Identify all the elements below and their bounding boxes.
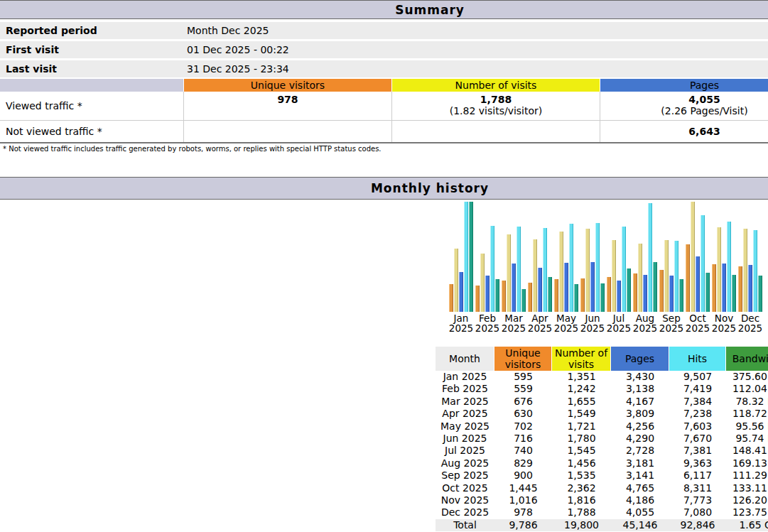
chart-bar <box>648 203 652 312</box>
table-cell: 126.20 MB <box>726 494 768 506</box>
viewed-traffic-label: Viewed traffic * <box>6 92 82 120</box>
table-cell: 1,721 <box>552 420 611 433</box>
monthly-table-row: Aug 20258291,4563,1819,363169.13 MB <box>436 457 768 469</box>
last-visit-value: 31 Dec 2025 - 23:34 <box>187 60 289 77</box>
monthly-table-header-unique-visitors: Unique visitors <box>494 347 552 371</box>
chart-bar <box>627 268 631 312</box>
chart-bar <box>691 202 695 312</box>
table-cell: 3,138 <box>611 383 669 395</box>
table-cell: 148.41 MB <box>726 445 768 457</box>
chart-bar <box>559 232 563 312</box>
chart-bar <box>580 278 585 312</box>
monthly-table-row: May 20257021,7214,2567,60395.56 MB <box>436 420 768 433</box>
table-cell: 169.13 MB <box>726 457 768 469</box>
chart-bar <box>502 281 506 312</box>
chart-bar <box>743 229 747 312</box>
viewed-unique-visitors-cell: 978 <box>183 92 391 120</box>
chart-bar <box>633 273 637 312</box>
first-visit-value: 01 Dec 2025 - 00:22 <box>187 41 289 58</box>
table-cell: 7,381 <box>669 445 726 457</box>
traffic-header-pages: Pages <box>600 79 768 92</box>
chart-bar <box>679 279 683 312</box>
not-viewed-pages-value: 6,643 <box>600 121 768 142</box>
traffic-header-spacer <box>0 79 183 92</box>
viewed-unique-visitors-value: 978 <box>184 94 391 105</box>
table-cell: Sep 2025 <box>436 469 494 482</box>
table-cell: 3,181 <box>611 457 669 469</box>
table-cell: 630 <box>494 408 552 420</box>
monthly-history-table: MonthUnique visitorsNumber of visitsPage… <box>436 347 768 531</box>
chart-bar <box>454 249 458 312</box>
summary-section-header: Summary <box>0 0 768 19</box>
chart-bar <box>748 265 752 312</box>
table-cell: 9,363 <box>669 457 726 469</box>
monthly-table-total-row: Total9,78619,80045,14692,8461.65 GB <box>436 519 768 531</box>
monthly-table-header-bandwidth: Bandwidth <box>726 347 768 371</box>
first-visit-label: First visit <box>6 41 59 58</box>
table-cell: 123.75 MB <box>726 506 768 519</box>
chart-bar <box>528 283 532 312</box>
table-cell: 7,419 <box>669 383 726 395</box>
summary-table-bottom-border <box>0 142 768 143</box>
table-cell: 4,055 <box>611 506 669 519</box>
chart-bar <box>564 263 568 312</box>
viewed-visits-cell: 1,788 (1.82 visits/visitor) <box>391 92 600 120</box>
chart-bar <box>638 244 642 312</box>
table-cell: 1,655 <box>552 396 611 408</box>
reported-period-row: Reported period Month Dec 2025 <box>0 22 768 39</box>
table-cell: 2,362 <box>552 482 611 494</box>
first-visit-row: First visit 01 Dec 2025 - 00:22 <box>0 41 768 58</box>
table-cell: 6,117 <box>669 469 726 482</box>
chart-bar <box>643 275 647 312</box>
table-cell: 702 <box>494 420 552 433</box>
not-viewed-visits-cell <box>391 121 600 142</box>
table-cell: 740 <box>494 445 552 457</box>
not-viewed-traffic-row: Not viewed traffic * 6,643 <box>0 121 768 142</box>
table-cell: 3,430 <box>611 371 669 383</box>
chart-bar <box>585 229 590 312</box>
chart-bar <box>569 224 573 312</box>
chart-bar <box>659 270 664 312</box>
chart-bar <box>533 239 537 312</box>
monthly-table-row: Sep 20259001,5353,1416,117111.29 MB <box>436 469 768 482</box>
chart-bar <box>653 262 657 312</box>
table-cell: 1,535 <box>552 469 611 482</box>
chart-bar <box>758 276 762 312</box>
chart-bar <box>753 230 757 312</box>
chart-bar <box>507 234 511 312</box>
chart-bar <box>701 215 705 312</box>
table-cell: 4,290 <box>611 433 669 445</box>
chart-x-axis-label: Dec2025 <box>730 313 768 333</box>
table-cell: 7,603 <box>669 420 726 433</box>
monthly-table-row: Jul 20257401,5452,7287,381148.41 MB <box>436 445 768 457</box>
table-cell: Apr 2025 <box>436 408 494 420</box>
chart-bar <box>722 264 726 312</box>
table-cell: Jan 2025 <box>436 371 494 383</box>
summary-title: Summary <box>0 1 768 19</box>
table-cell: 1,456 <box>552 457 611 469</box>
chart-bar <box>548 277 552 312</box>
viewed-pages-value: 4,055 <box>600 94 768 105</box>
chart-bar <box>521 289 526 312</box>
table-cell: 133.11 MB <box>726 482 768 494</box>
chart-bar <box>554 279 558 312</box>
table-cell: Feb 2025 <box>436 383 494 395</box>
viewed-pages-cell: 4,055 (2.26 Pages/Visit) <box>600 92 768 120</box>
table-cell: 1,549 <box>552 408 611 420</box>
awstats-report-page: Summary Reported period Month Dec 2025 F… <box>0 0 768 532</box>
table-cell: Mar 2025 <box>436 396 494 408</box>
table-cell: 4,167 <box>611 396 669 408</box>
chart-bar <box>732 275 736 312</box>
chart-bar <box>607 277 611 312</box>
table-cell: 112.04 MB <box>726 383 768 395</box>
viewed-pages-ratio: (2.26 Pages/Visit) <box>600 105 768 116</box>
chart-bar <box>622 227 626 312</box>
chart-bar <box>595 223 600 312</box>
table-cell: 9,786 <box>494 519 552 531</box>
chart-bar <box>612 240 616 312</box>
monthly-table-header-hits: Hits <box>669 347 726 371</box>
monthly-history-section-header: Monthly history <box>0 177 768 200</box>
viewed-visits-value: 1,788 <box>392 94 600 105</box>
table-cell: 1,351 <box>552 371 611 383</box>
monthly-table-header-pages: Pages <box>611 347 669 371</box>
